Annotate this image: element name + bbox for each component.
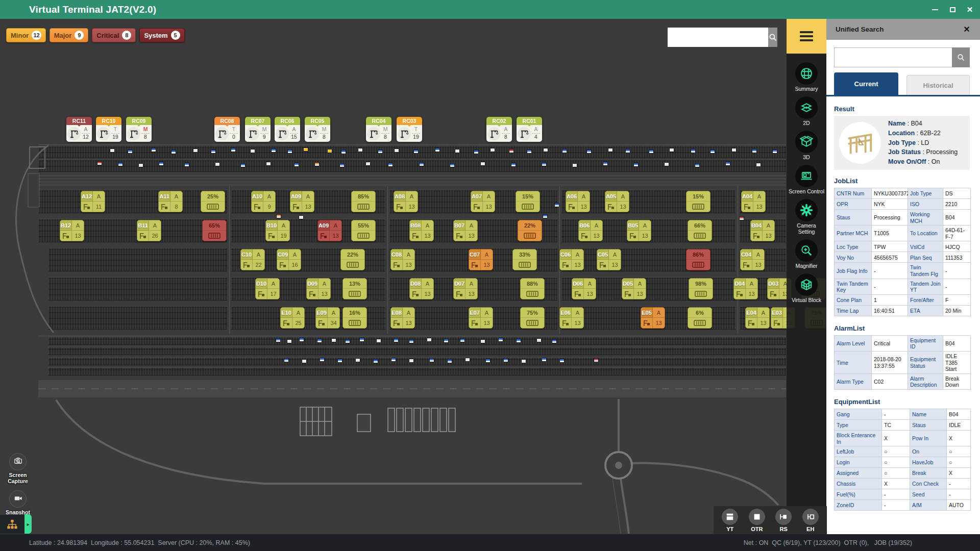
yard-block-B04[interactable]: B04 A 13 <box>750 220 775 241</box>
sitemap-bar[interactable] <box>0 514 24 534</box>
sidebar-item-summary[interactable]: Summary <box>787 62 826 92</box>
yard-block-E06[interactable]: E06 A 13 <box>559 307 584 329</box>
yard-block-B06[interactable]: B06 A 13 <box>578 220 603 241</box>
sidebar-item-virtual-block[interactable]: Virtual Block <box>787 273 826 303</box>
yard-block-D10[interactable]: D10 A 17 <box>255 278 280 299</box>
toolbar-yt-button[interactable]: YT <box>722 509 738 532</box>
rc-crane-RC03[interactable]: RC03 T 19 <box>397 117 422 142</box>
block-badge: A <box>465 220 477 231</box>
yard-block-D08[interactable]: D08 A 13 <box>409 278 434 299</box>
main-menu-button[interactable] <box>787 19 826 54</box>
occupancy-card-13pct[interactable]: 13% <box>342 278 367 299</box>
yard-block-A12[interactable]: A12 A 11 <box>81 191 105 212</box>
yard-block-E10[interactable]: E10 A 25 <box>280 307 305 329</box>
alarm-badge-major[interactable]: Major 9 <box>50 28 89 42</box>
snapshot-button[interactable] <box>9 490 27 508</box>
rc-crane-RC01[interactable]: RC01 A 4 <box>517 117 542 142</box>
occupancy-card-98pct[interactable]: 98% <box>689 278 713 299</box>
alarm-badge-system[interactable]: System 5 <box>139 28 184 42</box>
occupancy-card-75pct[interactable]: 75% <box>520 307 545 329</box>
yard-block-D06[interactable]: D06 A 13 <box>572 278 596 299</box>
yard-block-E04[interactable]: E04 A 13 <box>745 307 770 329</box>
rc-crane-RC10[interactable]: RC10 T 19 <box>96 117 121 142</box>
yard-block-A05[interactable]: A05 A 13 <box>605 191 629 212</box>
yard-block-A09[interactable]: A09 A 13 <box>290 191 314 212</box>
alarm-badge-minor[interactable]: Minor 12 <box>6 28 46 42</box>
yard-block-C04[interactable]: C04 A 13 <box>740 249 765 270</box>
occupancy-card-85pct[interactable]: 85% <box>351 191 376 212</box>
maximize-button[interactable] <box>948 6 957 14</box>
map-search-button[interactable] <box>768 28 777 47</box>
occupancy-card-15pct[interactable]: 15% <box>516 191 540 212</box>
occupancy-card-86pct[interactable]: 86% <box>686 249 710 270</box>
yard-block-B05[interactable]: B05 A 13 <box>627 220 651 241</box>
tab-current[interactable]: Current <box>834 72 898 95</box>
minimize-button[interactable] <box>931 6 939 14</box>
yard-block-A09[interactable]: A09 A 13 <box>317 220 342 241</box>
toolbar-eh-button[interactable]: EH <box>802 509 819 532</box>
rc-crane-RC11[interactable]: RC11 A 12 <box>66 117 92 142</box>
sidebar-item-2d[interactable]: 2D <box>787 96 826 126</box>
yard-block-A07[interactable]: A07 A 13 <box>471 191 495 212</box>
occupancy-card-88pct[interactable]: 88% <box>520 278 545 299</box>
rc-crane-RC09[interactable]: RC09 M 8 <box>126 117 152 142</box>
yard-block-B12[interactable]: B12 A 13 <box>60 220 84 241</box>
panel-close-button[interactable]: ✕ <box>962 24 972 34</box>
close-button[interactable]: ✕ <box>966 6 974 14</box>
occupancy-card-15pct[interactable]: 15% <box>686 191 710 212</box>
yard-block-C08[interactable]: C08 A 13 <box>390 249 415 270</box>
yard-block-E07[interactable]: E07 A 13 <box>469 307 493 329</box>
rc-crane-RC05[interactable]: RC05 M 8 <box>305 117 330 142</box>
yard-block-E08[interactable]: E08 A 13 <box>390 307 415 329</box>
yard-block-A04[interactable]: A04 A 13 <box>741 191 766 212</box>
occupancy-card-22pct[interactable]: 22% <box>340 249 365 270</box>
yard-block-C07[interactable]: C07 A 13 <box>469 249 493 270</box>
occupancy-card-25pct[interactable]: 25% <box>201 191 225 212</box>
yard-block-E09[interactable]: E09 A 34 <box>315 307 340 329</box>
sidebar-item-camera-setting[interactable]: Camera Setting <box>787 199 826 235</box>
map-search-input[interactable] <box>668 28 768 47</box>
yard-block-B08[interactable]: B08 A 13 <box>409 220 434 241</box>
yard-block-D04[interactable]: D04 A 13 <box>733 278 758 299</box>
yard-block-C06[interactable]: C06 A 13 <box>559 249 584 270</box>
sidebar-item-3d[interactable]: 3D <box>787 131 826 160</box>
rc-crane-RC06[interactable]: RC06 A 15 <box>275 117 300 142</box>
expand-handle[interactable]: ▸ <box>24 514 32 534</box>
toolbar-rs-button[interactable]: RS <box>775 509 792 532</box>
table-value: DS <box>943 188 971 199</box>
rc-crane-RC02[interactable]: RC02 A 8 <box>486 117 512 142</box>
rc-crane-RC07[interactable]: RC07 M 9 <box>245 117 271 142</box>
tab-historical[interactable]: Historical <box>906 75 970 95</box>
yard-block-D09[interactable]: D09 A 13 <box>306 278 331 299</box>
unified-search-input[interactable] <box>834 47 952 67</box>
sidebar-item-magnifier[interactable]: Magnifier <box>787 239 826 269</box>
alarm-badge-critical[interactable]: Critical 8 <box>92 28 136 42</box>
occupancy-card-22pct[interactable]: 22% <box>518 220 542 241</box>
occupancy-card-66pct[interactable]: 66% <box>688 220 712 241</box>
occupancy-card-6pct[interactable]: 6% <box>688 307 712 329</box>
occupancy-card-33pct[interactable]: 33% <box>512 249 537 270</box>
yard-block-D05[interactable]: D05 A 13 <box>622 278 646 299</box>
yard-block-C09[interactable]: C09 A 16 <box>277 249 301 270</box>
occupancy-value: 25% <box>201 191 225 202</box>
yard-block-C10[interactable]: C10 A 22 <box>240 249 265 270</box>
occupancy-card-65pct[interactable]: 65% <box>202 220 227 241</box>
occupancy-card-55pct[interactable]: 55% <box>351 220 376 241</box>
sidebar-item-screen-control[interactable]: Screen Control <box>787 165 826 194</box>
screen-capture-button[interactable] <box>9 453 27 470</box>
yard-block-A10[interactable]: A10 A 9 <box>251 191 276 212</box>
yard-block-B10[interactable]: B10 A 19 <box>265 220 290 241</box>
yard-block-A11[interactable]: A11 A 8 <box>158 191 183 212</box>
occupancy-card-16pct[interactable]: 16% <box>342 307 367 329</box>
rc-crane-RC04[interactable]: RC04 M 8 <box>366 117 391 142</box>
yard-block-B07[interactable]: B07 A 13 <box>453 220 478 241</box>
yard-block-E05[interactable]: E05 A 13 <box>641 307 665 329</box>
yard-block-A08[interactable]: A08 A 13 <box>394 191 418 212</box>
yard-block-B11[interactable]: B11 A 26 <box>137 220 161 241</box>
toolbar-otr-button[interactable]: OTR <box>749 509 765 532</box>
unified-search-button[interactable] <box>952 47 970 67</box>
yard-block-D07[interactable]: D07 A 13 <box>453 278 478 299</box>
yard-block-C05[interactable]: C05 A 13 <box>597 249 621 270</box>
rc-crane-RC08[interactable]: RC08 T 0 <box>214 117 240 142</box>
yard-block-A06[interactable]: A06 A 13 <box>566 191 590 212</box>
